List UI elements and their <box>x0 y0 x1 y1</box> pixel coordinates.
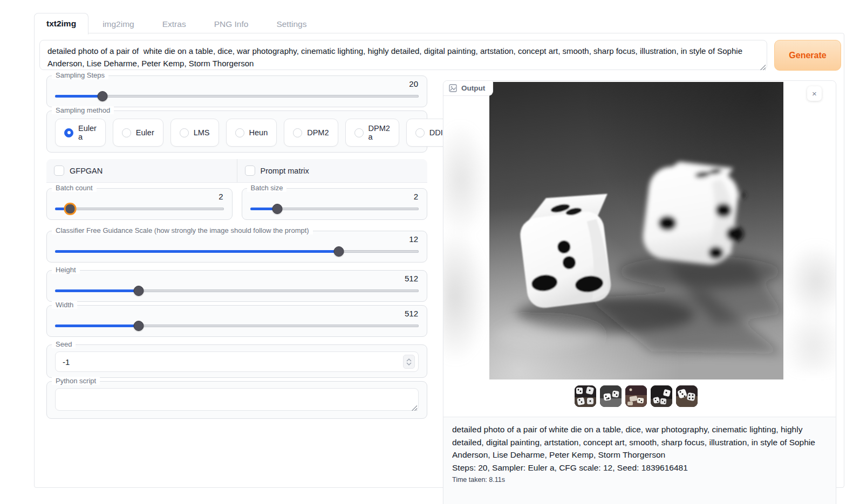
tab-img2img[interactable]: img2img <box>88 14 148 34</box>
tab-bar: txt2img img2img Extras PNG Info Settings <box>34 13 320 34</box>
sampling-steps-fieldset: Sampling Steps 20 <box>46 75 427 107</box>
batch-count-value: 2 <box>55 192 223 201</box>
width-slider[interactable] <box>55 320 419 331</box>
image-icon <box>449 84 457 92</box>
controls-column: Sampling Steps 20 Sampling method Euler … <box>46 75 427 422</box>
cfg-scale-value: 12 <box>55 234 418 244</box>
seed-fieldset: Seed <box>46 344 427 378</box>
output-header: Output <box>443 81 493 96</box>
seed-label: Seed <box>52 340 76 348</box>
gallery-thumbnail-2[interactable] <box>600 385 622 407</box>
caption-time: Time taken: 8.11s <box>452 475 827 485</box>
output-image[interactable] <box>489 82 783 379</box>
radio-dot-icon <box>64 128 73 137</box>
gallery-thumbnail-1[interactable] <box>575 385 596 407</box>
sampling-steps-value: 20 <box>55 79 418 88</box>
slider-fill <box>55 250 339 253</box>
radio-euler[interactable]: Euler <box>113 119 163 147</box>
tab-txt2img[interactable]: txt2img <box>34 13 88 34</box>
slider-thumb[interactable] <box>333 246 344 257</box>
chevron-up-icon[interactable] <box>406 358 412 362</box>
radio-heun[interactable]: Heun <box>226 119 277 147</box>
blurred-edge-left <box>443 102 493 361</box>
gallery-thumbnail-5[interactable] <box>676 385 698 407</box>
height-fieldset: Height 512 <box>46 270 427 302</box>
slider-thumb[interactable] <box>134 286 144 296</box>
slider-fill <box>55 289 139 292</box>
batch-size-fieldset: Batch size 2 <box>242 188 428 220</box>
main-panel: detailed photo of a pair of white die on… <box>34 33 844 488</box>
toggles-panel: GFPGAN Prompt matrix <box>46 159 427 183</box>
prompt-matrix-label: Prompt matrix <box>261 167 309 175</box>
cfg-scale-fieldset: Classifier Free Guidance Scale (how stro… <box>46 231 427 263</box>
python-script-input[interactable] <box>55 388 419 411</box>
slider-thumb[interactable] <box>65 204 76 214</box>
slider-track[interactable] <box>55 95 419 98</box>
batch-count-slider[interactable] <box>55 203 224 214</box>
radio-label: DPM2 a <box>368 124 390 141</box>
gallery-thumbnail-4[interactable] <box>651 385 672 407</box>
height-value: 512 <box>55 274 418 283</box>
radio-label: DPM2 <box>307 128 329 137</box>
radio-dpm2[interactable]: DPM2 <box>284 119 338 147</box>
slider-thumb[interactable] <box>97 91 107 101</box>
blurred-edge-right <box>781 243 836 372</box>
radio-dpm2-a[interactable]: DPM2 a <box>345 119 399 147</box>
radio-dot-icon <box>180 128 189 137</box>
caption-params: Steps: 20, Sampler: Euler a, CFG scale: … <box>452 461 827 474</box>
sampling-steps-slider[interactable] <box>55 91 419 101</box>
radio-dot-icon <box>415 128 425 137</box>
output-header-label: Output <box>461 84 485 92</box>
gfpgan-label: GFPGAN <box>70 167 103 175</box>
gallery-thumbnail-3[interactable] <box>625 385 647 407</box>
prompt-row: detailed photo of a pair of white die on… <box>39 40 841 72</box>
output-panel: Output × <box>443 80 836 504</box>
radio-label: Heun <box>249 128 268 137</box>
sampling-method-fieldset: Sampling method Euler a Euler LMS Heun D… <box>46 111 427 153</box>
seed-stepper[interactable] <box>403 355 415 369</box>
slider-thumb[interactable] <box>134 321 144 331</box>
generate-button[interactable]: Generate <box>774 40 841 71</box>
width-value: 512 <box>55 309 418 318</box>
width-fieldset: Width 512 <box>46 305 427 337</box>
python-script-label: Python script <box>52 377 100 385</box>
tab-settings[interactable]: Settings <box>262 14 320 34</box>
gfpgan-checkbox-cell[interactable]: GFPGAN <box>46 159 237 182</box>
close-button[interactable]: × <box>807 86 822 101</box>
caption-prompt: detailed photo of a pair of white die on… <box>452 423 827 461</box>
output-caption: detailed photo of a pair of white die on… <box>443 417 836 504</box>
batch-size-label: Batch size <box>247 184 287 192</box>
slider-thumb[interactable] <box>272 204 282 214</box>
prompt-matrix-checkbox-cell[interactable]: Prompt matrix <box>237 159 428 182</box>
batch-size-slider[interactable] <box>250 203 419 214</box>
height-label: Height <box>52 266 80 274</box>
height-slider[interactable] <box>55 285 419 296</box>
slider-track[interactable] <box>55 208 224 210</box>
prompt-input[interactable]: detailed photo of a pair of white die on… <box>39 40 767 70</box>
radio-label: Euler <box>136 128 154 137</box>
txt2img-app: txt2img img2img Extras PNG Info Settings… <box>0 0 860 504</box>
seed-input[interactable] <box>55 351 419 372</box>
radio-dot-icon <box>235 128 244 137</box>
tab-png-info[interactable]: PNG Info <box>200 14 263 34</box>
sampling-steps-label: Sampling Steps <box>52 71 108 79</box>
prompt-matrix-checkbox[interactable] <box>245 165 255 176</box>
width-label: Width <box>52 301 77 309</box>
chevron-down-icon[interactable] <box>406 362 412 365</box>
radio-lms[interactable]: LMS <box>170 119 219 147</box>
batch-count-fieldset: Batch count 2 <box>46 188 233 220</box>
sampling-method-options: Euler a Euler LMS Heun DPM2 DPM2 a DDIM … <box>55 119 419 147</box>
radio-dot-icon <box>354 128 364 137</box>
tab-extras[interactable]: Extras <box>148 14 200 34</box>
cfg-scale-label: Classifier Free Guidance Scale (how stro… <box>52 226 313 234</box>
gallery-thumbnails <box>575 385 698 407</box>
output-gallery: Output × <box>443 81 836 417</box>
cfg-scale-slider[interactable] <box>55 246 419 257</box>
gfpgan-checkbox[interactable] <box>54 165 64 176</box>
sampling-method-label: Sampling method <box>52 106 114 114</box>
batch-count-label: Batch count <box>52 184 97 192</box>
radio-euler-a[interactable]: Euler a <box>55 119 106 147</box>
batch-size-value: 2 <box>250 192 419 201</box>
slider-fill <box>55 95 103 98</box>
radio-dot-icon <box>293 128 302 137</box>
